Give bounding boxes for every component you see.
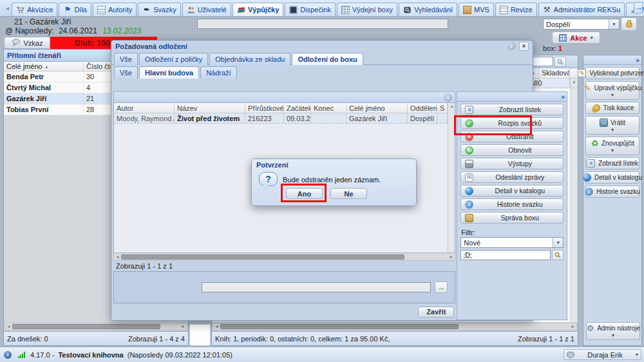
scrollbar-thumb[interactable] [121, 254, 404, 260]
tab-dila[interactable]: ⚑ Díla [59, 3, 91, 16]
catalog-detail-button[interactable]: Detail v katalogu [585, 171, 639, 184]
department-select[interactable]: Dospělí ▾ [543, 19, 620, 30]
hold-row-selected[interactable]: Moody, Raymond A Život před životem 2162… [114, 113, 448, 124]
close-icon[interactable]: × [519, 42, 529, 51]
scroll-right-icon[interactable]: ▸ [448, 254, 455, 260]
subtab-vse[interactable]: Vše [114, 66, 138, 79]
search-icon[interactable] [554, 57, 566, 67]
tab-vyhledavani[interactable]: Vyhledávání [399, 3, 457, 16]
admin-tools-button[interactable]: ⚙ Admin nástroje ▾ [586, 322, 640, 340]
window-titlebar[interactable]: Požadovaná odložení i × [111, 41, 533, 52]
tab-uzivatele[interactable]: Uživatelé [182, 3, 231, 16]
catalog-detail-button[interactable]: Detail v katalogu [460, 185, 564, 196]
gear-icon: ⚙ [586, 324, 594, 332]
hold-barcode-input[interactable] [202, 282, 431, 292]
tab-akvizice[interactable]: Akvizice [12, 3, 57, 16]
column-header-oddeleni[interactable]: Oddělení [408, 103, 437, 113]
column-header-name[interactable]: Celé jméno ▲ [4, 62, 84, 71]
column-header-skladova[interactable]: Skladová [539, 68, 570, 78]
collapse-icon[interactable]: » [561, 93, 565, 100]
volume-history-button[interactable]: i Historie svazku [460, 198, 564, 210]
tab-dispecink[interactable]: Dispečink [285, 3, 336, 16]
scrollbar-thumb[interactable] [12, 324, 160, 329]
connection-signal-icon [18, 352, 25, 358]
yes-button[interactable]: Ano [286, 188, 323, 199]
column-header-nazev[interactable]: Název [175, 103, 245, 113]
current-user-button[interactable]: Duraja Erik ▾ [564, 349, 641, 360]
subtab-nadrazi[interactable]: Nádraží [200, 66, 237, 79]
vertical-scrollbar[interactable]: ▲ [448, 103, 455, 252]
tab-objednavka-ze-skladu[interactable]: Objednávka ze skladu [209, 53, 290, 65]
column-header-label: Celé jméno [349, 104, 385, 112]
tab-vypujcky[interactable]: Výpůjčky [232, 3, 283, 16]
horizontal-scrollbar[interactable]: ◂ ▸ [213, 323, 577, 330]
globe-icon [583, 173, 591, 182]
remove-button[interactable]: × Odstranit [460, 131, 564, 142]
filter-input[interactable] [460, 250, 551, 260]
holds-paging-status: Zobrazuji 1 - 1 z 1 [113, 261, 455, 271]
tab-administrator-reksu[interactable]: ⚒ Administrátor REKSu [538, 3, 625, 16]
scroll-right-icon[interactable]: ▸ [180, 324, 187, 329]
scroll-right-icon[interactable]: ▸ [569, 324, 576, 329]
tab-scroll-right-icon[interactable]: → [634, 2, 643, 14]
return-button[interactable]: ← Vrátit ▾ [585, 116, 639, 135]
akce-button[interactable]: Akce ▾ [552, 32, 600, 44]
collapse-icon[interactable]: » [636, 56, 639, 64]
volume-breakdown-button[interactable]: ✓ Rozpis svazků [460, 117, 564, 129]
column-header-autor[interactable]: Autor [114, 103, 175, 113]
edit-loan-button[interactable]: ✎ Upravit výpůjčku ▾ [585, 81, 639, 100]
chevron-down-icon[interactable]: ▾ [609, 19, 619, 29]
scroll-left-icon[interactable]: ◂ [5, 324, 12, 329]
print-confirmation-button[interactable]: ✎ Vytisknout potvrzení [585, 67, 639, 79]
tab-label: Odložení z poličky [145, 55, 202, 63]
tab-label: MVS [474, 6, 489, 14]
no-button[interactable]: Ne [330, 188, 367, 199]
tab-odlozeni-z-policky[interactable]: Odložení z poličky [139, 53, 208, 65]
tab-svazky[interactable]: ✒ Svazky [138, 3, 180, 16]
tab-vydejni-boxy[interactable]: Výdejní boxy [337, 3, 397, 16]
column-header-prirustkove[interactable]: Přírůstkové ... [245, 103, 284, 113]
tab-label: Administrátor REKSu [554, 6, 621, 14]
message-button[interactable]: Vzkaz [4, 37, 50, 49]
button-label: Zobrazit lístek [477, 106, 563, 113]
tab-revize[interactable]: Revize [495, 3, 537, 16]
volume-history-button[interactable]: i Historie svazku [585, 186, 639, 198]
vertical-scrollbar[interactable] [571, 88, 578, 322]
column-header-konec[interactable]: Konec [311, 103, 346, 113]
submit-arrow-icon[interactable]: → [435, 281, 448, 293]
tab-vse[interactable]: Vše [114, 53, 138, 65]
column-header-zacatek[interactable]: Začátek▲ [284, 103, 311, 113]
lock-button[interactable] [621, 17, 637, 31]
vertical-scrollbar[interactable]: ▲ [570, 79, 578, 88]
scroll-left-icon[interactable]: ◂ [114, 254, 121, 260]
filter-select[interactable]: Nové ▾ [460, 237, 564, 248]
horizontal-scrollbar[interactable]: ◂ ▸ [5, 323, 187, 330]
restore-button[interactable]: ↻ Obnovit [460, 144, 564, 156]
show-slip-button[interactable]: ≡ Zobrazit lístek [585, 157, 639, 169]
tab-scroll-left-icon[interactable]: ◂ [6, 5, 9, 12]
renew-button[interactable]: ♻ Znovupůjčit ▾ [585, 137, 639, 155]
box-management-button[interactable]: Správa boxu [460, 212, 564, 224]
tab-mvs[interactable]: MVS [459, 3, 494, 16]
tab-autority[interactable]: Autority [93, 3, 137, 16]
close-window-button[interactable]: Zavřít [418, 307, 454, 318]
info-icon[interactable]: i [507, 42, 516, 50]
show-slip-button[interactable]: ≡ Zobrazit lístek [460, 104, 564, 115]
tab-odlozeni-do-boxu[interactable]: Odložení do boxu [292, 53, 363, 65]
outputs-button[interactable]: Výstupy [460, 158, 564, 169]
print-deposit-button[interactable]: Tisk kauce [585, 102, 639, 114]
horizontal-scrollbar[interactable]: ◂ ▸ [113, 253, 455, 261]
send-message-button[interactable]: ✉ Odeslání zprávy [460, 171, 564, 183]
barcode-input[interactable] [197, 19, 448, 29]
scrollbar-thumb[interactable] [220, 324, 459, 329]
scroll-left-icon[interactable]: ◂ [213, 324, 220, 329]
subtab-hlavni-budova[interactable]: Hlavní budova [139, 66, 199, 79]
info-icon[interactable]: i [444, 93, 452, 102]
search-icon[interactable] [552, 250, 564, 260]
column-header-cele-jmeno[interactable]: Celé jméno [346, 103, 408, 113]
dialog-message: Bude odstraněn jeden záznam. [283, 176, 381, 184]
chevron-down-icon[interactable]: ▾ [553, 238, 563, 247]
tab-label: Uživatelé [198, 6, 227, 14]
column-header-s[interactable]: S [437, 103, 448, 113]
info-icon[interactable]: i [4, 351, 12, 359]
